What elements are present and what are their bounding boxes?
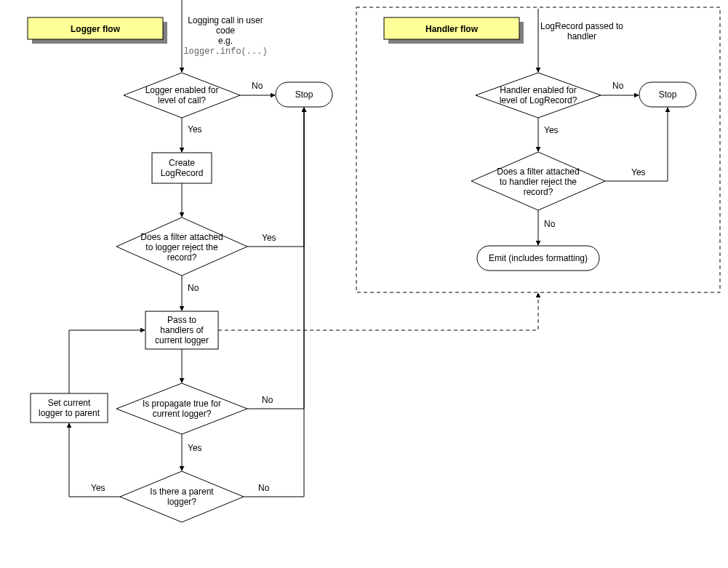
edge-label-no: No <box>262 395 273 405</box>
logger-start-label: Logging call in user code e.g. logger.in… <box>183 15 267 57</box>
svg-text:handler: handler <box>567 31 596 41</box>
logger-decision-propagate-text: Is propagate true for current logger? <box>143 399 221 419</box>
handler-flow-title: Handler flow <box>384 17 524 44</box>
handler-decision-level-text: Handler enabled for level of LogRecord? <box>500 85 577 105</box>
edge-label-yes: Yes <box>262 233 276 243</box>
svg-text:Does a filter attached: Does a filter attached <box>140 232 223 242</box>
edge <box>244 108 304 497</box>
edge-dashed-to-handler <box>218 293 538 330</box>
svg-text:Logging call in user: Logging call in user <box>188 15 263 25</box>
svg-text:e.g.: e.g. <box>218 36 233 46</box>
edge-label-no: No <box>252 81 263 91</box>
edge-label-no: No <box>188 283 199 293</box>
edge-label-yes: Yes <box>188 443 202 453</box>
svg-text:current logger?: current logger? <box>153 409 212 419</box>
edge-label-no: No <box>612 81 624 91</box>
handler-emit-text: Emit (includes formatting) <box>489 253 588 263</box>
svg-text:Does a filter attached: Does a filter attached <box>497 167 579 177</box>
edge-label-no: No <box>544 219 556 229</box>
svg-text:logger?: logger? <box>167 497 196 507</box>
edge-label-yes: Yes <box>544 125 559 135</box>
handler-stop-text: Stop <box>659 89 677 100</box>
svg-text:Handler enabled for: Handler enabled for <box>500 85 576 95</box>
svg-text:level of call?: level of call? <box>158 95 206 105</box>
svg-text:record?: record? <box>524 187 553 197</box>
svg-text:level of LogRecord?: level of LogRecord? <box>500 95 577 105</box>
svg-text:current logger: current logger <box>155 335 209 345</box>
svg-text:Pass to: Pass to <box>167 315 196 325</box>
logger-flow-title: Logger flow <box>28 17 167 44</box>
edge <box>247 108 304 247</box>
handler-start-label: LogRecord passed to handler <box>540 21 623 41</box>
flowchart-svg: Logger flow Handler flow Logging call in… <box>0 0 728 568</box>
svg-text:Is there a parent: Is there a parent <box>150 487 214 497</box>
svg-text:Is propagate true for: Is propagate true for <box>143 399 221 409</box>
svg-text:LogRecord passed to: LogRecord passed to <box>540 21 623 31</box>
svg-text:LogRecord: LogRecord <box>161 168 204 178</box>
edge <box>247 108 304 409</box>
svg-text:Logger enabled for: Logger enabled for <box>145 85 219 95</box>
svg-text:logger.info(...): logger.info(...) <box>183 47 267 57</box>
svg-text:code: code <box>216 25 235 36</box>
svg-text:logger to parent: logger to parent <box>39 408 100 418</box>
logger-stop-text: Stop <box>295 89 313 100</box>
svg-text:to logger reject the: to logger reject the <box>145 242 218 252</box>
handler-flow-title-text: Handler flow <box>425 24 479 34</box>
edge-label-yes: Yes <box>631 167 646 177</box>
logger-flow-title-text: Logger flow <box>71 24 121 34</box>
svg-text:record?: record? <box>167 252 197 263</box>
edge <box>69 330 145 393</box>
svg-text:handlers of: handlers of <box>160 325 204 335</box>
edge-label-yes: Yes <box>188 124 202 135</box>
edge-label-yes: Yes <box>91 483 105 493</box>
svg-text:to handler reject the: to handler reject the <box>500 177 577 187</box>
svg-text:Set current: Set current <box>48 398 91 408</box>
edge-label-no: No <box>258 483 270 493</box>
svg-text:Create: Create <box>169 158 195 168</box>
